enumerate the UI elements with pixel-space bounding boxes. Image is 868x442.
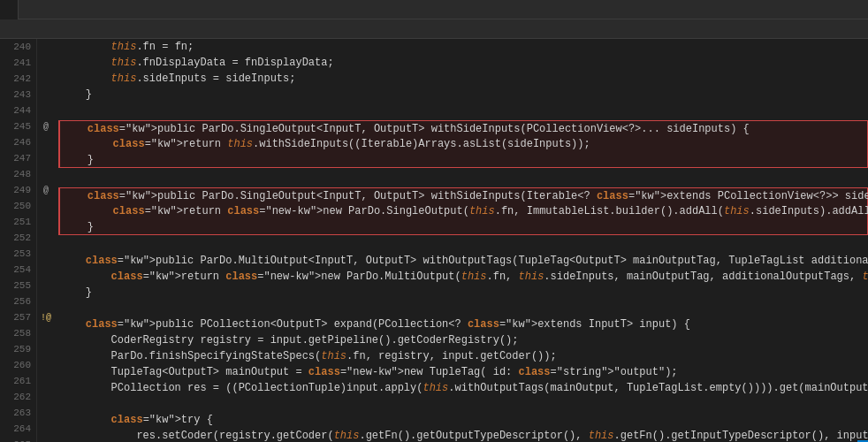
gutter-cell xyxy=(37,341,55,357)
line-numbers: 2402412422432442452462472482492502512522… xyxy=(0,39,37,442)
code-line: this.fn = fn; xyxy=(58,39,868,55)
line-number: 258 xyxy=(0,325,36,341)
gutter-cell xyxy=(37,198,55,214)
code-line: class="kw">public ParDo.MultiOutput<Inpu… xyxy=(58,253,868,269)
tab-bar xyxy=(0,0,868,19)
gutter-cell xyxy=(37,437,55,442)
code-line: } xyxy=(58,87,868,103)
gutter-cell xyxy=(37,55,55,71)
gutter-cell: @ xyxy=(37,118,55,134)
code-line: } xyxy=(58,152,868,168)
code-line: class="kw">return class="new-kw">new Par… xyxy=(58,269,868,285)
line-number: 255 xyxy=(0,278,36,293)
code-line: PCollection res = ((PCollectionTuple)inp… xyxy=(58,380,868,396)
gutter-cell xyxy=(37,421,55,437)
line-number: 241 xyxy=(0,55,36,71)
gutter-cell xyxy=(37,278,55,293)
code-line: this.sideInputs = sideInputs; xyxy=(58,71,868,87)
code-line: class="kw">public PCollection<OutputT> e… xyxy=(58,316,868,332)
gutter-cell xyxy=(37,373,55,389)
line-number: 260 xyxy=(0,357,36,373)
gutter-cell xyxy=(37,262,55,278)
gutter-cell xyxy=(37,39,55,55)
line-number: 246 xyxy=(0,134,36,150)
code-line: } xyxy=(58,285,868,301)
line-number: 263 xyxy=(0,405,36,421)
gutter-cell xyxy=(37,214,55,230)
gutter-cell: !@ xyxy=(37,309,55,325)
line-number: 243 xyxy=(0,87,36,103)
code-line xyxy=(58,170,868,186)
code-line xyxy=(58,396,868,412)
code-line: class="kw">return this.withSideInputs((I… xyxy=(58,136,868,152)
line-number: 256 xyxy=(0,293,36,309)
code-line: } xyxy=(58,219,868,235)
gutter-cell xyxy=(37,103,55,118)
line-number: 252 xyxy=(0,230,36,246)
code-line xyxy=(58,237,868,253)
gutter-cell: @ xyxy=(37,182,55,198)
line-number: 254 xyxy=(0,262,36,278)
line-number: 262 xyxy=(0,389,36,405)
gutter-cell xyxy=(37,246,55,262)
line-number: 248 xyxy=(0,166,36,182)
line-number: 245 xyxy=(0,118,36,134)
gutter-cell xyxy=(37,71,55,87)
line-number: 250 xyxy=(0,198,36,214)
code-line: class="kw">public ParDo.SingleOutput<Inp… xyxy=(58,187,868,203)
line-number: 251 xyxy=(0,214,36,230)
gutter-cell xyxy=(37,293,55,309)
code-content[interactable]: this.fn = fn; this.fnDisplayData = fnDis… xyxy=(55,39,868,442)
code-line xyxy=(58,103,868,118)
file-tab[interactable] xyxy=(0,0,19,19)
code-line: this.fnDisplayData = fnDisplayData; xyxy=(58,55,868,71)
line-number: 257 xyxy=(0,309,36,325)
code-line: class="kw">try { xyxy=(58,412,868,428)
line-number: 242 xyxy=(0,71,36,87)
code-line: class="kw">public ParDo.SingleOutput<Inp… xyxy=(58,120,868,136)
line-number: 247 xyxy=(0,150,36,166)
gutter-cell xyxy=(37,134,55,150)
line-number: 264 xyxy=(0,421,36,437)
line-number: 249 xyxy=(0,182,36,198)
code-line: ParDo.finishSpecifyingStateSpecs(this.fn… xyxy=(58,348,868,364)
code-line: TupleTag<OutputT> mainOutput = class="ne… xyxy=(58,364,868,380)
line-number: 244 xyxy=(0,103,36,118)
gutter-cell xyxy=(37,405,55,421)
line-number: 259 xyxy=(0,341,36,357)
gutter-cell xyxy=(37,166,55,182)
info-bar xyxy=(0,19,868,39)
code-line: CoderRegistry registry = input.getPipeli… xyxy=(58,332,868,348)
gutter-cell xyxy=(37,325,55,341)
gutter-cell xyxy=(37,230,55,246)
gutter-cell xyxy=(37,389,55,405)
line-number: 240 xyxy=(0,39,36,55)
code-line: res.setCoder(registry.getCoder(this.getF… xyxy=(58,428,868,442)
gutter-cell xyxy=(37,87,55,103)
gutter-cell xyxy=(37,357,55,373)
code-area: 2402412422432442452462472482492502512522… xyxy=(0,39,868,442)
line-number: 265 xyxy=(0,437,36,442)
code-line: class="kw">return class="new-kw">new Par… xyxy=(58,203,868,219)
line-number: 261 xyxy=(0,373,36,389)
gutter: @@!@ xyxy=(37,39,55,442)
code-line xyxy=(58,301,868,316)
line-number: 253 xyxy=(0,246,36,262)
gutter-cell xyxy=(37,150,55,166)
